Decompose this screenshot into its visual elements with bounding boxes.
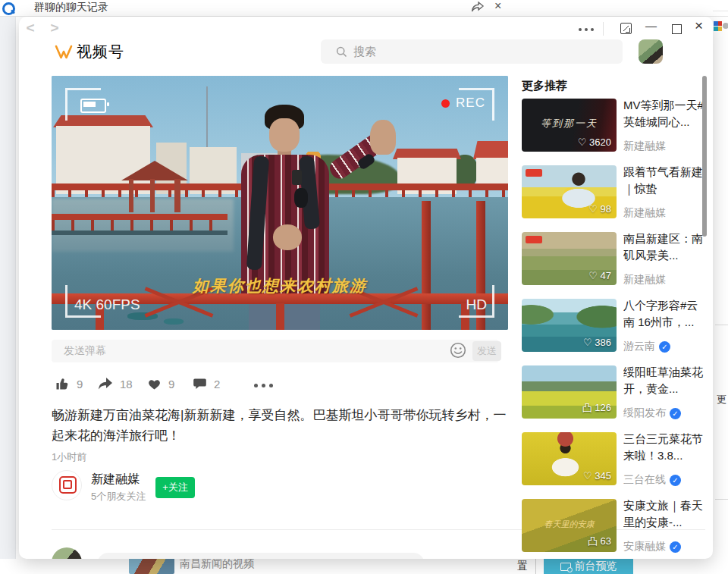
brand-name: 视频号 [77, 42, 124, 62]
more-actions-icon[interactable] [254, 384, 273, 387]
channels-logo[interactable]: 视频号 [54, 42, 124, 62]
pop-out-icon[interactable] [620, 23, 632, 34]
recommendation-author: 新建融媒 [623, 273, 666, 287]
recommendation-item[interactable]: ♡ 98 跟着节气看新建｜惊蛰 新建融媒 [522, 165, 707, 221]
heart-icon: ♡ [588, 203, 598, 215]
thumbnail-overlay-text: 等到那一天 [522, 117, 617, 130]
commenter-avatar[interactable] [52, 547, 82, 559]
send-button[interactable]: 发送 [472, 341, 501, 361]
recommendation-author: 绥阳发布 [623, 406, 666, 420]
verified-badge-icon: ✓ [670, 408, 681, 419]
like-stat[interactable]: 9 [55, 376, 83, 391]
background-right-divider [715, 325, 728, 325]
background-close-icon[interactable]: × [494, 0, 501, 13]
share-arrow-icon [97, 376, 114, 391]
timestamp: 1小时前 [52, 450, 86, 464]
recommendation-title[interactable]: MV等到那一天#英雄城同心... [623, 97, 708, 130]
video-thumbnail[interactable]: 等到那一天 ♡ 3620 [522, 99, 617, 152]
account-logo-icon [59, 476, 77, 494]
recommendation-author: 新建融媒 [623, 206, 666, 220]
recommendation-item[interactable]: 凸 126 绥阳旺草油菜花开，黄金... 绥阳发布 ✓ [522, 365, 707, 422]
heart-icon: ♡ [583, 337, 592, 348]
forward-icon[interactable]: > [47, 20, 62, 36]
follow-button[interactable]: +关注 [155, 477, 195, 498]
user-avatar[interactable] [639, 39, 663, 64]
recommendation-item[interactable]: ♡ 47 南昌新建区：南矶风景美... 新建融媒 [522, 232, 707, 288]
forward-share-icon[interactable] [471, 2, 485, 12]
search-icon [336, 46, 347, 58]
emoji-icon[interactable] [450, 342, 466, 359]
background-video-label[interactable]: 南昌新闻的视频 [180, 557, 254, 571]
maximize-icon[interactable] [672, 24, 682, 34]
recommendation-item[interactable]: 春天里的安康 凸 63 安康文旅｜春天里的安康-... 安康融媒 ✓ [522, 499, 707, 555]
recommendation-author: 游云南 [623, 340, 655, 353]
recommendation-title[interactable]: 南昌新建区：南矶风景美... [623, 231, 708, 264]
minimize-icon[interactable]: — [645, 19, 657, 32]
video-thumbnail[interactable]: 凸 126 [522, 365, 617, 419]
recommendation-title[interactable]: 绥阳旺草油菜花开，黄金... [623, 364, 708, 397]
recommendation-title[interactable]: 安康文旅｜春天里的安康-... [623, 497, 708, 531]
profile-dot-icon[interactable] [723, 23, 728, 29]
back-icon[interactable]: < [23, 20, 38, 36]
heart-count: 9 [168, 378, 174, 391]
channels-logo-icon [54, 44, 74, 61]
recommendation-item[interactable]: 等到那一天 ♡ 3620 MV等到那一天#英雄城同心... 新建融媒 [522, 99, 707, 155]
verified-badge-icon: ✓ [670, 475, 681, 486]
like-count: 63 [601, 535, 611, 547]
chrome-divider [603, 22, 604, 36]
comment-stat[interactable]: 2 [192, 376, 220, 391]
account-avatar[interactable] [52, 470, 82, 500]
search-input[interactable]: 搜索 [321, 39, 623, 64]
like-count: 386 [595, 337, 611, 348]
preview-monitor-icon [560, 563, 571, 571]
like-count: 126 [595, 402, 611, 413]
video-thumbnail[interactable]: ♡ 345 [522, 432, 617, 485]
danmaku-placeholder: 发送弹幕 [64, 344, 106, 358]
extension-icon[interactable] [714, 21, 722, 31]
video-player[interactable]: REC 4K 60FPS HD 如果你也想来农村旅游 [52, 76, 508, 330]
more-menu-icon[interactable] [579, 28, 594, 31]
rec-dot-icon [441, 99, 450, 108]
account-name[interactable]: 新建融媒 [91, 472, 140, 488]
recommendation-item[interactable]: ♡ 386 八个字形容#云南 16州市，... 游云南 ✓ [522, 299, 707, 355]
heart-icon: ♡ [583, 470, 592, 481]
search-placeholder: 搜索 [353, 45, 376, 59]
video-channel-window: < > — × 视频号 搜索 [19, 17, 713, 559]
presenter-face [269, 118, 300, 152]
background-left-rail [0, 17, 16, 559]
video-thumbnail[interactable]: ♡ 386 [522, 299, 617, 352]
recommendation-title[interactable]: 跟着节气看新建｜惊蛰 [623, 164, 708, 197]
background-right-divider [715, 499, 728, 500]
background-partial-text: 置 [517, 560, 528, 573]
recommendations-title: 更多推荐 [522, 79, 567, 93]
thumb-icon: 凸 [582, 402, 592, 413]
front-preview-label: 前台预览 [575, 560, 617, 573]
close-icon[interactable]: × [695, 17, 703, 34]
heart-stat[interactable]: 9 [146, 376, 174, 391]
background-right-divider [713, 11, 728, 11]
recommendation-author: 新建融媒 [623, 140, 666, 153]
danmaku-input[interactable]: 发送弹幕 [52, 340, 499, 362]
heart-icon: ♡ [578, 136, 587, 148]
recommendation-author: 三台在线 [623, 473, 666, 487]
verified-badge-icon: ✓ [670, 541, 681, 553]
recommendation-title[interactable]: 八个字形容#云南 16州市，... [623, 297, 708, 331]
thumbnail-overlay-text: 春天里的安康 [522, 519, 617, 530]
verified-badge-icon: ✓ [659, 341, 670, 353]
thumbnail-corner-badge [526, 236, 542, 243]
recommendation-item[interactable]: ♡ 345 三台三元菜花节来啦！3.8... 三台在线 ✓ [522, 432, 707, 488]
front-preview-button[interactable]: 前台预览 [544, 559, 633, 574]
heart-icon [146, 376, 162, 391]
video-thumbnail[interactable]: ♡ 47 [522, 232, 617, 285]
rec-indicator: REC [441, 96, 485, 111]
recommendation-title[interactable]: 三台三元菜花节来啦！3.8... [623, 431, 708, 464]
video-thumbnail[interactable]: ♡ 98 [522, 165, 617, 218]
heart-icon: ♡ [588, 270, 598, 281]
video-thumbnail[interactable]: 春天里的安康 凸 63 [522, 499, 617, 552]
sidebar-scrollbar[interactable] [702, 76, 707, 237]
share-stat[interactable]: 18 [97, 376, 133, 391]
comment-input[interactable] [97, 553, 425, 559]
comment-count: 2 [214, 378, 220, 391]
like-count: 9 [77, 378, 83, 391]
video-subtitle: 如果你也想来农村旅游 [52, 275, 508, 296]
